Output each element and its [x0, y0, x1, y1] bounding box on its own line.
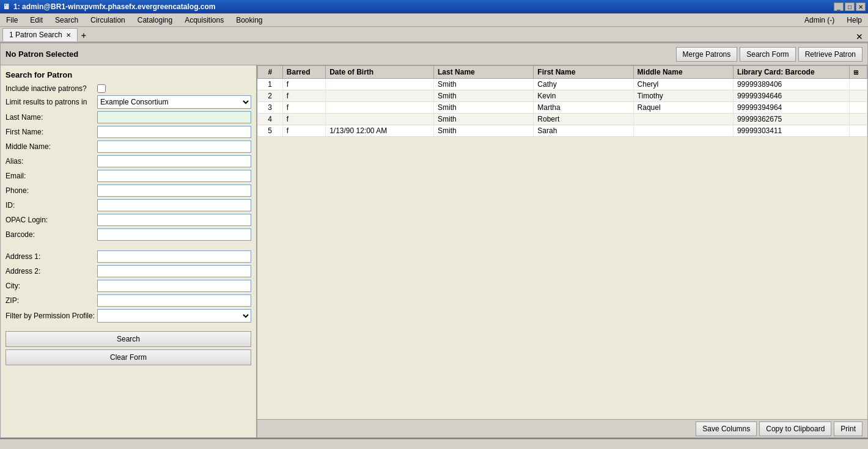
- table-row[interactable]: 5f1/13/90 12:00 AMSmithSarah99999303411: [258, 125, 867, 137]
- barcode-label: Barcode:: [6, 230, 97, 239]
- menu-file[interactable]: File: [2, 15, 21, 26]
- minimize-button[interactable]: _: [834, 2, 844, 11]
- search-form-button[interactable]: Search Form: [740, 47, 795, 62]
- menu-help[interactable]: Help: [843, 15, 866, 26]
- table-cell: [326, 90, 434, 102]
- main-content: No Patron Selected Merge Patrons Search …: [0, 43, 868, 438]
- menu-circulation[interactable]: Circulation: [87, 15, 129, 26]
- col-header-firstname[interactable]: First Name: [534, 66, 633, 79]
- menu-admin[interactable]: Admin (-): [801, 15, 838, 26]
- title-bar: 🖥 1: admin@BR1-winxpvmfx.phasefx.evergre…: [0, 0, 868, 13]
- menu-edit[interactable]: Edit: [26, 15, 46, 26]
- include-inactive-row: Include inactive patrons?: [6, 84, 251, 93]
- col-header-barcode[interactable]: Library Card: Barcode: [733, 66, 850, 79]
- clear-form-button[interactable]: Clear Form: [6, 349, 251, 365]
- alias-input[interactable]: [97, 155, 251, 167]
- include-inactive-checkbox[interactable]: [97, 84, 106, 93]
- alias-label: Alias:: [6, 157, 97, 166]
- close-button[interactable]: ✕: [856, 2, 866, 11]
- city-row: City:: [6, 280, 251, 292]
- table-cell: 99999362675: [733, 114, 850, 125]
- table-row[interactable]: 1fSmithCathyCheryl99999389406: [258, 79, 867, 90]
- title-bar-text: 1: admin@BR1-winxpvmfx.phasefx.evergreen…: [13, 2, 215, 11]
- table-row[interactable]: 4fSmithRobert99999362675: [258, 114, 867, 125]
- phone-input[interactable]: [97, 184, 251, 197]
- permission-select[interactable]: [97, 309, 251, 323]
- results-table-wrap[interactable]: # Barred Date of Birth Last Name First N…: [257, 65, 867, 419]
- table-cell: 1: [258, 79, 283, 90]
- table-cell: 99999303411: [733, 125, 850, 137]
- copy-clipboard-button[interactable]: Copy to Clipboard: [759, 422, 831, 436]
- menu-booking[interactable]: Booking: [232, 15, 266, 26]
- top-bar-buttons: Merge Patrons Search Form Retrieve Patro…: [676, 47, 862, 62]
- results-panel: # Barred Date of Birth Last Name First N…: [257, 65, 867, 437]
- table-cell: Smith: [434, 102, 534, 114]
- retrieve-patron-button[interactable]: Retrieve Patron: [798, 47, 862, 62]
- col-header-lastname[interactable]: Last Name: [434, 66, 534, 79]
- col-header-dob[interactable]: Date of Birth: [326, 66, 434, 79]
- tab-patron-search[interactable]: 1 Patron Search ✕: [2, 28, 78, 42]
- table-cell: [850, 102, 867, 114]
- col-header-barred[interactable]: Barred: [282, 66, 325, 79]
- table-cell: 3: [258, 102, 283, 114]
- status-bar: [0, 438, 868, 449]
- email-input[interactable]: [97, 170, 251, 182]
- first-name-label: First Name:: [6, 128, 97, 136]
- table-cell: 4: [258, 114, 283, 125]
- middle-name-input[interactable]: [97, 141, 251, 153]
- table-cell: [633, 114, 733, 125]
- col-header-expand[interactable]: ⊞: [850, 66, 867, 79]
- menu-search[interactable]: Search: [51, 15, 82, 26]
- city-input[interactable]: [97, 280, 251, 292]
- limit-select[interactable]: Example Consortium: [97, 95, 251, 109]
- permission-row: Filter by Permission Profile:: [6, 309, 251, 323]
- maximize-button[interactable]: □: [845, 2, 855, 11]
- table-cell: f: [282, 114, 325, 125]
- alias-row: Alias:: [6, 155, 251, 167]
- address1-input[interactable]: [97, 250, 251, 263]
- merge-patrons-button[interactable]: Merge Patrons: [676, 47, 738, 62]
- title-bar-icon: 🖥: [2, 2, 10, 11]
- table-row[interactable]: 2fSmithKevinTimothy99999394646: [258, 90, 867, 102]
- zip-input[interactable]: [97, 294, 251, 307]
- col-header-num[interactable]: #: [258, 66, 283, 79]
- limit-label: Limit results to patrons in: [6, 98, 97, 106]
- table-cell: Smith: [434, 90, 534, 102]
- results-tbody: 1fSmithCathyCheryl999993894062fSmithKevi…: [258, 79, 867, 137]
- table-cell: Timothy: [633, 90, 733, 102]
- table-cell: [326, 114, 434, 125]
- table-cell: 1/13/90 12:00 AM: [326, 125, 434, 137]
- id-input[interactable]: [97, 199, 251, 211]
- tab-add-button[interactable]: +: [78, 29, 90, 42]
- opac-input[interactable]: [97, 214, 251, 226]
- table-cell: f: [282, 125, 325, 137]
- table-row[interactable]: 3fSmithMarthaRaquel99999394964: [258, 102, 867, 114]
- bottom-bar: Save Columns Copy to Clipboard Print: [257, 419, 867, 437]
- email-label: Email:: [6, 172, 97, 180]
- col-header-middlename[interactable]: Middle Name: [633, 66, 733, 79]
- save-columns-button[interactable]: Save Columns: [696, 422, 757, 436]
- last-name-input[interactable]: Smith: [97, 111, 251, 123]
- first-name-input[interactable]: [97, 126, 251, 138]
- phone-label: Phone:: [6, 186, 97, 195]
- barcode-input[interactable]: [97, 228, 251, 241]
- table-cell: [850, 114, 867, 125]
- permission-label: Filter by Permission Profile:: [6, 312, 97, 320]
- tab-close-icon[interactable]: ✕: [66, 32, 71, 38]
- search-button[interactable]: Search: [6, 331, 251, 347]
- table-cell: Cheryl: [633, 79, 733, 90]
- zip-label: ZIP:: [6, 296, 97, 305]
- table-cell: Sarah: [534, 125, 633, 137]
- menu-cataloging[interactable]: Cataloging: [134, 15, 176, 26]
- top-bar: No Patron Selected Merge Patrons Search …: [1, 43, 867, 65]
- table-cell: f: [282, 79, 325, 90]
- body-area: Search for Patron Include inactive patro…: [1, 65, 867, 437]
- table-cell: Smith: [434, 79, 534, 90]
- window-close-icon[interactable]: ✕: [856, 32, 866, 42]
- tab-bar: 1 Patron Search ✕ + ✕: [0, 27, 868, 43]
- menu-acquisitions[interactable]: Acquisitions: [181, 15, 227, 26]
- print-button[interactable]: Print: [834, 422, 862, 436]
- address2-input[interactable]: [97, 265, 251, 277]
- middle-name-label: Middle Name:: [6, 142, 97, 151]
- id-label: ID:: [6, 201, 97, 210]
